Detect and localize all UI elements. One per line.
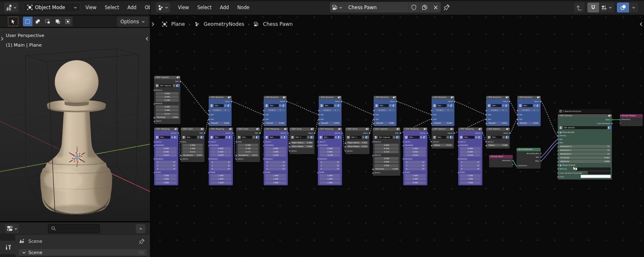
socket[interactable] <box>372 168 374 170</box>
menu-object[interactable]: Object <box>145 5 150 10</box>
node-sphere1[interactable]: SDF SphereValueSDF...2VectorRadius0.215 <box>432 127 454 149</box>
node-value-field[interactable]: 0.000 <box>156 109 179 112</box>
node-sphere2[interactable]: SDF SphereValueSDF...2VectorRadius0.190 <box>486 127 510 149</box>
node-collapse-icon[interactable] <box>517 149 518 150</box>
node-slider-smooth[interactable]: Smooth0.030 <box>320 122 340 125</box>
node-map5[interactable]: SDF MappingVectorSDF...6VectorTranslate:… <box>403 127 427 185</box>
node-slider-smooth[interactable]: Smooth0.040 <box>433 122 453 125</box>
node-value-field[interactable]: Y0° <box>460 164 481 167</box>
node-collapse-icon[interactable] <box>518 97 519 98</box>
node-value-field[interactable]: Z0° <box>156 167 177 170</box>
node-torus2[interactable]: SDF TorusValueSDF T...2Major Radius0.305… <box>345 127 369 154</box>
socket[interactable] <box>263 122 265 124</box>
node-cube2[interactable]: SDF CubeSDFSDF...2Size:0.3000.3000.175Ro… <box>236 127 260 162</box>
properties-pin-button[interactable] <box>138 238 145 245</box>
fake-user-shield-button[interactable] <box>505 104 509 107</box>
socket[interactable] <box>619 119 621 120</box>
socket[interactable] <box>557 139 559 140</box>
node-map4[interactable]: SDF MappingVectorSDF...6VectorTranslate:… <box>318 127 342 185</box>
socket[interactable] <box>344 146 346 147</box>
node-group-user-count[interactable]: 7 <box>502 104 505 107</box>
node-group-user-count[interactable]: 2 <box>447 136 449 139</box>
breadcrumb-node-tree[interactable]: Chess Pawn <box>263 21 292 27</box>
node-value-field[interactable]: Y0° <box>210 164 231 167</box>
socket[interactable] <box>540 157 542 158</box>
node-tree-name-field[interactable]: Chess Pawn <box>344 2 408 12</box>
socket[interactable] <box>153 117 155 118</box>
node-header[interactable]: SDF Boolean <box>374 96 397 99</box>
tool-select-extend-button[interactable] <box>33 17 43 26</box>
node-operation-field[interactable]: U | D | I <box>210 109 224 112</box>
node-header[interactable]: SDF Torus <box>290 127 315 131</box>
node-operation-field[interactable]: U | D | I <box>487 109 502 112</box>
node-header[interactable]: SDF Sphere <box>432 127 454 131</box>
browse-node-group-button[interactable] <box>404 136 408 139</box>
node-slider-smooth[interactable]: Smooth0.030 <box>265 122 285 125</box>
properties-options-button[interactable] <box>136 224 145 233</box>
node-value-field[interactable]: 0.175 <box>182 150 203 153</box>
fake-user-shield-button[interactable] <box>537 104 540 107</box>
fake-user-shield-button[interactable] <box>423 136 427 139</box>
node-value-field[interactable]: 1.000 <box>405 174 426 177</box>
socket[interactable] <box>557 168 559 170</box>
node-value-field[interactable]: 0.000 <box>374 160 399 163</box>
node-bool2[interactable]: SDF BooleanValueSDF...7U | D | I2SDFSDFS… <box>264 96 287 126</box>
node-value-field[interactable]: 0.000 <box>320 150 340 153</box>
scene-panel-header[interactable]: Scene <box>19 249 147 256</box>
node-value-field[interactable]: 0.000 <box>210 147 231 150</box>
node-collapse-icon[interactable] <box>487 129 488 130</box>
breadcrumb-modifier[interactable]: GeometryNodes <box>204 21 244 27</box>
tool-select-subtract-button[interactable] <box>43 17 53 26</box>
node-collapse-icon[interactable] <box>432 97 433 98</box>
node-collapse-icon[interactable] <box>237 129 238 130</box>
toolbar-expand-arrow[interactable] <box>0 36 4 41</box>
browse-node-group-button[interactable] <box>210 104 214 107</box>
browse-node-group-button[interactable] <box>265 136 269 139</box>
node-header[interactable]: SDF Mapping <box>154 127 178 131</box>
socket[interactable] <box>318 122 320 124</box>
node-group-user-count[interactable]: 2 <box>173 84 176 87</box>
node-collapse-icon[interactable] <box>621 115 622 116</box>
socket[interactable] <box>180 155 182 157</box>
checkbox-checked[interactable] <box>559 131 562 133</box>
node-group-name-field[interactable]: SDF... <box>323 136 334 139</box>
node-value-field[interactable]: X0° <box>265 161 286 164</box>
menu-select[interactable]: Select <box>105 5 119 10</box>
node-value-field[interactable]: 1.000 <box>265 181 286 184</box>
node-header[interactable]: SDF Boolean <box>264 96 287 99</box>
node-header[interactable]: SDF Domain <box>558 114 612 117</box>
node-cap2[interactable]: SDF CapsuleSDFSDF Capsule2Point A:0.0000… <box>373 127 400 176</box>
socket[interactable] <box>612 123 613 124</box>
socket[interactable] <box>263 110 265 111</box>
node-value-field[interactable]: Z0° <box>405 167 426 170</box>
node-header[interactable]: SDF Boolean <box>209 96 232 99</box>
socket[interactable] <box>289 146 290 147</box>
node-operation-field[interactable]: U | D | I <box>433 109 447 112</box>
node-map3[interactable]: SDF MappingVectorSDF...6VectorTranslate:… <box>264 127 288 185</box>
node-slider-resolution-y[interactable]: Resolution Y75 <box>559 149 611 152</box>
node-operation-field[interactable]: U | D | I <box>265 109 279 112</box>
menu-add[interactable]: Add <box>220 5 229 10</box>
node-collapse-icon[interactable] <box>210 97 210 98</box>
node-value-field[interactable]: 1.000 <box>320 177 340 180</box>
node-group-user-count[interactable]: 7 <box>533 104 536 107</box>
socket[interactable] <box>431 110 432 111</box>
socket[interactable] <box>557 154 559 155</box>
node-group-name-field[interactable]: SDF... <box>491 136 502 139</box>
geometry-node-editor[interactable]: SDF CapsuleSDFSDF Capsule2Point A:0.0000… <box>150 15 644 257</box>
node-group-user-count[interactable]: 6 <box>420 136 423 139</box>
node-group-name-field[interactable]: SDF... <box>159 136 170 139</box>
node-slider-smooth[interactable]: Smooth0.020 <box>210 122 230 125</box>
menu-view[interactable]: View <box>178 5 189 10</box>
node-operation-value[interactable]: 2 <box>334 109 340 112</box>
node-value-field[interactable]: 0.300 <box>182 144 203 147</box>
browse-node-group-button[interactable] <box>375 104 379 107</box>
browse-node-group-button[interactable] <box>459 136 463 139</box>
unlink-node-tree-button[interactable] <box>430 2 441 12</box>
node-value-field[interactable]: 0.300 <box>238 144 258 147</box>
active-tool-button[interactable] <box>8 17 18 26</box>
fake-user-shield-button[interactable] <box>256 136 259 139</box>
socket[interactable] <box>485 110 487 111</box>
socket[interactable] <box>373 110 374 111</box>
node-header[interactable]: SDF Boolean <box>486 96 509 99</box>
